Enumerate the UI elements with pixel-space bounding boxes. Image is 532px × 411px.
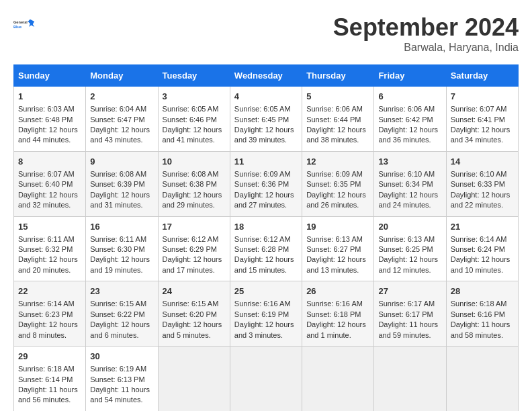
- calendar-week-5: 29Sunrise: 6:18 AMSunset: 6:14 PMDayligh…: [14, 347, 519, 412]
- calendar-day-3: 3Sunrise: 6:05 AMSunset: 6:46 PMDaylight…: [158, 87, 230, 152]
- calendar-day-17: 17Sunrise: 6:12 AMSunset: 6:29 PMDayligh…: [158, 216, 230, 281]
- calendar-day-empty: [302, 347, 374, 412]
- svg-marker-2: [28, 19, 35, 27]
- calendar-day-empty: [374, 347, 446, 412]
- calendar-day-16: 16Sunrise: 6:11 AMSunset: 6:30 PMDayligh…: [86, 216, 158, 281]
- calendar-day-14: 14Sunrise: 6:10 AMSunset: 6:33 PMDayligh…: [446, 151, 518, 216]
- calendar-day-22: 22Sunrise: 6:14 AMSunset: 6:23 PMDayligh…: [14, 281, 86, 347]
- logo: GeneralBlue: [13, 13, 35, 35]
- calendar-day-21: 21Sunrise: 6:14 AMSunset: 6:24 PMDayligh…: [446, 216, 518, 281]
- day-header-friday: Friday: [374, 65, 446, 87]
- calendar-day-23: 23Sunrise: 6:15 AMSunset: 6:22 PMDayligh…: [86, 281, 158, 347]
- title-block: September 2024 Barwala, Haryana, India: [333, 13, 519, 54]
- calendar-week-1: 1Sunrise: 6:03 AMSunset: 6:48 PMDaylight…: [14, 87, 519, 152]
- calendar-day-13: 13Sunrise: 6:10 AMSunset: 6:34 PMDayligh…: [374, 151, 446, 216]
- calendar-day-1: 1Sunrise: 6:03 AMSunset: 6:48 PMDaylight…: [14, 87, 86, 152]
- calendar-day-28: 28Sunrise: 6:18 AMSunset: 6:16 PMDayligh…: [446, 281, 518, 347]
- day-header-saturday: Saturday: [446, 65, 518, 87]
- calendar-day-9: 9Sunrise: 6:08 AMSunset: 6:39 PMDaylight…: [86, 151, 158, 216]
- header-row: SundayMondayTuesdayWednesdayThursdayFrid…: [14, 65, 519, 87]
- calendar-day-2: 2Sunrise: 6:04 AMSunset: 6:47 PMDaylight…: [86, 87, 158, 152]
- calendar-table: SundayMondayTuesdayWednesdayThursdayFrid…: [13, 64, 519, 411]
- day-header-tuesday: Tuesday: [158, 65, 230, 87]
- calendar-day-15: 15Sunrise: 6:11 AMSunset: 6:32 PMDayligh…: [14, 216, 86, 281]
- calendar-day-20: 20Sunrise: 6:13 AMSunset: 6:25 PMDayligh…: [374, 216, 446, 281]
- calendar-day-empty: [446, 347, 518, 412]
- calendar-day-6: 6Sunrise: 6:06 AMSunset: 6:42 PMDaylight…: [374, 87, 446, 152]
- calendar-day-empty: [158, 347, 230, 412]
- calendar-day-4: 4Sunrise: 6:05 AMSunset: 6:45 PMDaylight…: [230, 87, 302, 152]
- svg-text:Blue: Blue: [13, 25, 21, 29]
- calendar-day-27: 27Sunrise: 6:17 AMSunset: 6:17 PMDayligh…: [374, 281, 446, 347]
- calendar-week-4: 22Sunrise: 6:14 AMSunset: 6:23 PMDayligh…: [14, 281, 519, 347]
- day-header-sunday: Sunday: [14, 65, 86, 87]
- svg-text:General: General: [13, 20, 28, 24]
- calendar-day-8: 8Sunrise: 6:07 AMSunset: 6:40 PMDaylight…: [14, 151, 86, 216]
- calendar-day-25: 25Sunrise: 6:16 AMSunset: 6:19 PMDayligh…: [230, 281, 302, 347]
- calendar-day-5: 5Sunrise: 6:06 AMSunset: 6:44 PMDaylight…: [302, 87, 374, 152]
- page-header: GeneralBlue September 2024 Barwala, Hary…: [13, 13, 519, 54]
- logo-icon: GeneralBlue: [13, 13, 35, 35]
- calendar-day-12: 12Sunrise: 6:09 AMSunset: 6:35 PMDayligh…: [302, 151, 374, 216]
- month-title: September 2024: [333, 13, 519, 42]
- day-header-monday: Monday: [86, 65, 158, 87]
- calendar-day-18: 18Sunrise: 6:12 AMSunset: 6:28 PMDayligh…: [230, 216, 302, 281]
- calendar-day-7: 7Sunrise: 6:07 AMSunset: 6:41 PMDaylight…: [446, 87, 518, 152]
- day-header-thursday: Thursday: [302, 65, 374, 87]
- calendar-week-3: 15Sunrise: 6:11 AMSunset: 6:32 PMDayligh…: [14, 216, 519, 281]
- calendar-week-2: 8Sunrise: 6:07 AMSunset: 6:40 PMDaylight…: [14, 151, 519, 216]
- day-header-wednesday: Wednesday: [230, 65, 302, 87]
- calendar-day-10: 10Sunrise: 6:08 AMSunset: 6:38 PMDayligh…: [158, 151, 230, 216]
- calendar-day-11: 11Sunrise: 6:09 AMSunset: 6:36 PMDayligh…: [230, 151, 302, 216]
- location: Barwala, Haryana, India: [333, 42, 519, 54]
- calendar-day-29: 29Sunrise: 6:18 AMSunset: 6:14 PMDayligh…: [14, 347, 86, 412]
- calendar-day-30: 30Sunrise: 6:19 AMSunset: 6:13 PMDayligh…: [86, 347, 158, 412]
- calendar-day-26: 26Sunrise: 6:16 AMSunset: 6:18 PMDayligh…: [302, 281, 374, 347]
- calendar-day-24: 24Sunrise: 6:15 AMSunset: 6:20 PMDayligh…: [158, 281, 230, 347]
- calendar-day-19: 19Sunrise: 6:13 AMSunset: 6:27 PMDayligh…: [302, 216, 374, 281]
- calendar-day-empty: [230, 347, 302, 412]
